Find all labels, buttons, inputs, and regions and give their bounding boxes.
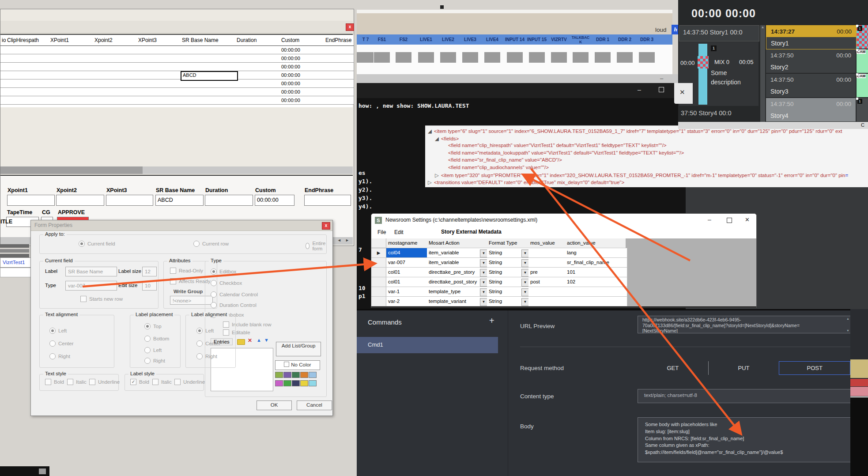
color-swatch[interactable] bbox=[292, 380, 300, 386]
grid-cell[interactable] bbox=[235, 54, 281, 63]
grid-cell[interactable] bbox=[181, 54, 237, 63]
newsroom-cell[interactable]: post bbox=[528, 277, 567, 287]
rundown-scrollbar[interactable]: ▲ bbox=[760, 25, 765, 122]
chevron-down-icon[interactable]: ▼ bbox=[480, 269, 487, 277]
label-align-right[interactable]: Right bbox=[196, 353, 217, 359]
channel-button[interactable]: INPUT 14 bbox=[504, 35, 525, 42]
type-duration-control[interactable]: Duration Control bbox=[211, 302, 257, 308]
grid-cell[interactable] bbox=[324, 79, 354, 88]
type-calendar-control[interactable]: Calendar Control bbox=[211, 291, 258, 298]
label-size-input[interactable]: 12 bbox=[142, 267, 157, 276]
newsroom-cell[interactable]: template_variant▼ bbox=[427, 297, 489, 306]
type-input[interactable]: var-007 bbox=[65, 281, 117, 291]
camera-thumbnail[interactable]: CAM bbox=[857, 74, 868, 97]
channel-button[interactable]: LIVE1 bbox=[415, 35, 437, 42]
label-align-center[interactable]: Center bbox=[196, 340, 221, 347]
apply-to-entire-form[interactable]: Entire form bbox=[306, 241, 328, 251]
field-input[interactable] bbox=[7, 195, 55, 206]
grid-cell[interactable] bbox=[137, 96, 182, 105]
color-swatch[interactable] bbox=[309, 380, 317, 386]
newsroom-titlebar[interactable]: S Newsroom Settings (c:\channeltemplates… bbox=[371, 214, 756, 227]
grid-cell[interactable] bbox=[93, 63, 138, 71]
row-selector[interactable] bbox=[371, 258, 386, 268]
grid-cell[interactable]: 00:00:00 bbox=[280, 96, 325, 105]
channel-button[interactable]: VIZRTV bbox=[548, 35, 570, 42]
apply-to-current-field[interactable]: Current field bbox=[79, 241, 115, 247]
channel-square-button[interactable] bbox=[617, 52, 633, 63]
chevron-down-icon[interactable]: ▼ bbox=[480, 298, 487, 306]
label-place-bottom[interactable]: Bottom bbox=[144, 336, 169, 342]
grid-cell[interactable] bbox=[49, 54, 94, 63]
grid-hscrollbar[interactable] bbox=[0, 166, 353, 174]
grid-cell[interactable] bbox=[137, 54, 182, 63]
grid-cell[interactable] bbox=[49, 71, 94, 79]
grid-cell[interactable] bbox=[6, 96, 50, 105]
field-input[interactable] bbox=[304, 195, 351, 206]
row-selector[interactable] bbox=[371, 287, 386, 297]
grid-cell[interactable] bbox=[137, 46, 182, 54]
grid-cell[interactable] bbox=[137, 71, 182, 79]
label-input[interactable]: SR Base Name bbox=[65, 267, 117, 276]
chevron-down-icon[interactable]: ▼ bbox=[521, 249, 529, 257]
channel-button[interactable]: LIVE3 bbox=[460, 35, 481, 42]
channel-button[interactable]: LIVE4 bbox=[482, 35, 503, 42]
command-item[interactable]: Cmd1 bbox=[357, 337, 498, 353]
type-editbox[interactable]: Editbox bbox=[211, 268, 236, 275]
row-selector[interactable] bbox=[371, 297, 386, 306]
grid-cell[interactable] bbox=[93, 88, 138, 96]
dialog-titlebar[interactable]: Form Properties bbox=[31, 220, 332, 231]
scroll-up-icon[interactable]: ▲ bbox=[760, 25, 765, 29]
starts-new-row-checkbox[interactable]: Starts new row bbox=[80, 296, 123, 302]
newsroom-cell[interactable] bbox=[528, 287, 567, 297]
channel-square-button[interactable] bbox=[551, 52, 567, 63]
channel-square-button[interactable] bbox=[418, 52, 434, 63]
color-swatch[interactable] bbox=[309, 372, 317, 378]
grid-cell[interactable] bbox=[49, 96, 94, 105]
field-input[interactable]: ABCD bbox=[155, 195, 204, 206]
newsroom-cell[interactable]: String▼ bbox=[487, 287, 530, 297]
tab-story-external-metadata[interactable]: Story External Metadata bbox=[441, 229, 502, 235]
chevron-down-icon[interactable]: ▼ bbox=[521, 288, 529, 296]
grid-cell[interactable] bbox=[181, 63, 237, 71]
grid-cell[interactable] bbox=[324, 46, 354, 54]
label-place-right[interactable]: Right bbox=[144, 358, 165, 364]
grid-cell[interactable] bbox=[93, 54, 138, 63]
channel-button[interactable]: TALKBAC K bbox=[570, 35, 591, 44]
clip-thumbnail[interactable]: 1 bbox=[857, 25, 868, 49]
grid-cell[interactable] bbox=[324, 88, 354, 96]
channel-square-button[interactable] bbox=[357, 52, 366, 63]
close-icon[interactable]: ✕ bbox=[745, 216, 750, 223]
channel-square-button[interactable] bbox=[573, 52, 589, 63]
chevron-down-icon[interactable]: ▼ bbox=[521, 298, 529, 306]
no-color-button[interactable]: No Color bbox=[275, 360, 320, 370]
newsroom-cell[interactable] bbox=[565, 287, 627, 297]
field-input[interactable]: 00:00:00 bbox=[255, 195, 294, 206]
scroll-left-icon[interactable]: ◄ bbox=[337, 238, 341, 242]
newsroom-cell[interactable]: String▼ bbox=[487, 277, 530, 287]
console-titlebar[interactable]: – ✕ bbox=[357, 83, 686, 98]
ok-button[interactable]: OK bbox=[257, 400, 292, 410]
newsroom-cell[interactable]: template_type▼ bbox=[427, 287, 489, 297]
color-swatch[interactable] bbox=[292, 372, 300, 378]
grid-cell[interactable] bbox=[324, 96, 354, 105]
chevron-down-icon[interactable]: ▼ bbox=[480, 249, 487, 257]
grid-cell[interactable]: 00:00:00 bbox=[280, 71, 325, 79]
grid-cell[interactable] bbox=[6, 63, 50, 71]
grid-cell[interactable] bbox=[137, 88, 182, 96]
move-down-icon[interactable]: ▼ bbox=[264, 337, 269, 343]
minimize-icon[interactable]: – bbox=[660, 75, 663, 82]
newsroom-cell[interactable]: 101 bbox=[565, 268, 627, 277]
chevron-down-icon[interactable]: ▼ bbox=[480, 259, 487, 267]
story-row[interactable]: 14:37:2700:00Story1 bbox=[766, 25, 857, 49]
add-command-icon[interactable]: + bbox=[489, 316, 494, 326]
camera-thumbnail[interactable]: CAM bbox=[857, 49, 868, 73]
chevron-down-icon[interactable]: ▼ bbox=[521, 259, 529, 267]
newsroom-cell[interactable]: String▼ bbox=[487, 268, 530, 277]
row-selector[interactable] bbox=[371, 268, 386, 277]
color-swatch[interactable] bbox=[300, 380, 308, 386]
menu-file[interactable]: File bbox=[377, 229, 386, 235]
color-swatch[interactable] bbox=[283, 372, 291, 378]
channel-square-button[interactable] bbox=[529, 52, 545, 63]
channel-square-button[interactable] bbox=[595, 52, 611, 63]
newsroom-cell[interactable]: item_variable▼ bbox=[427, 248, 489, 258]
